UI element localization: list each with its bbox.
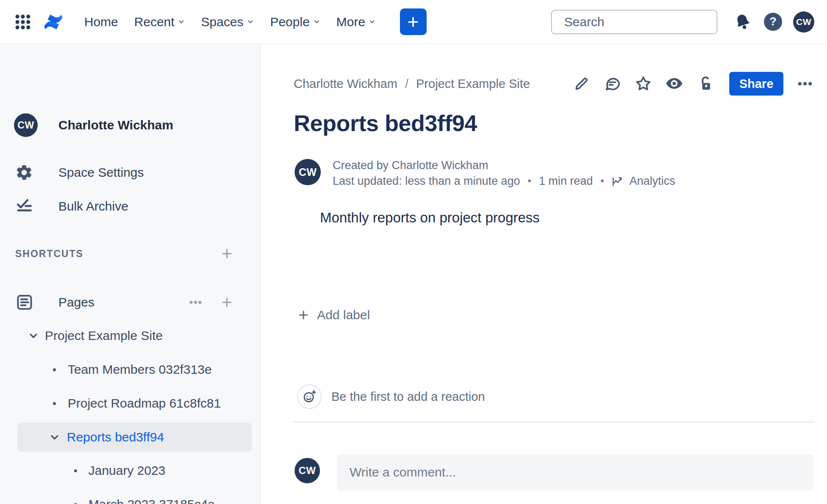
user-avatar[interactable]: CW — [793, 11, 814, 33]
space-settings-label: Space Settings — [58, 165, 144, 180]
nav-more-label: More — [336, 15, 365, 29]
analytics-link[interactable]: Analytics — [612, 174, 675, 188]
tree-item-label: March 2023 37185c4a — [88, 497, 215, 504]
nav-home[interactable]: Home — [76, 9, 126, 35]
tree-item-march-2023[interactable]: March 2023 37185c4a — [17, 490, 252, 504]
analytics-chart-icon — [612, 174, 625, 188]
notifications-bell-icon[interactable] — [732, 11, 754, 33]
share-button-label: Share — [739, 77, 774, 91]
read-time-text: 1 min read — [539, 175, 593, 188]
bullet-icon — [51, 402, 58, 405]
add-reaction-icon[interactable] — [297, 384, 322, 409]
confluence-logo-icon[interactable] — [41, 11, 65, 33]
nav-recent[interactable]: Recent — [126, 9, 193, 35]
app-switcher-icon[interactable] — [13, 12, 33, 32]
edit-icon[interactable] — [572, 74, 591, 93]
tree-item-team-members[interactable]: Team Members 032f313e — [17, 355, 252, 384]
bulk-archive-label: Bulk Archive — [58, 199, 128, 214]
breadcrumb-space-link[interactable]: Charlotte Wickham — [294, 77, 397, 91]
tree-item-january-2023[interactable]: January 2023 — [17, 456, 252, 485]
tree-item-project-roadmap[interactable]: Project Roadmap 61c8fc81 — [17, 389, 252, 418]
tree-item-label: Team Members 032f313e — [68, 362, 212, 377]
page-title: Reports bed3ff94 — [294, 110, 477, 136]
chevron-down-icon — [27, 329, 40, 342]
byline: CW Created by Charlotte Wickham Last upd… — [295, 159, 675, 188]
help-icon[interactable]: ? — [764, 13, 782, 31]
bullet-icon — [72, 469, 79, 472]
chevron-down-icon — [313, 18, 320, 25]
reaction-section: Be the first to add a reaction — [297, 384, 485, 409]
space-sidebar: CW Charlotte Wickham Space Settings Bulk… — [0, 44, 261, 504]
author-avatar-initials: CW — [299, 166, 317, 178]
add-shortcut-button[interactable] — [218, 244, 236, 263]
breadcrumb-separator: / — [405, 77, 408, 91]
breadcrumb-parent-link[interactable]: Project Example Site — [416, 77, 530, 91]
add-label-text: Add label — [317, 308, 370, 322]
star-icon[interactable] — [634, 74, 653, 93]
user-avatar-initials: CW — [796, 17, 811, 27]
comment-icon[interactable] — [603, 74, 622, 93]
page-actions: Share — [572, 72, 814, 96]
page-body-paragraph: Monthly reports on project progress — [320, 210, 540, 226]
help-glyph: ? — [769, 15, 777, 28]
comment-input[interactable] — [337, 465, 813, 479]
chevron-down-icon — [369, 18, 376, 25]
author-avatar[interactable]: CW — [295, 159, 321, 185]
section-divider — [294, 422, 814, 422]
last-updated-text[interactable]: Last updated: less than a minute ago — [333, 175, 520, 188]
tree-item-project-example-site[interactable]: Project Example Site — [17, 321, 252, 351]
bulk-archive-icon — [14, 197, 34, 215]
nav-recent-label: Recent — [134, 15, 174, 29]
search-field[interactable] — [551, 10, 717, 34]
page-content: Charlotte Wickham / Project Example Site — [262, 44, 827, 504]
commenter-avatar: CW — [295, 458, 320, 483]
plus-icon — [406, 15, 420, 29]
pages-icon — [15, 293, 34, 312]
comment-input-box[interactable] — [337, 454, 813, 490]
search-input[interactable] — [564, 15, 728, 29]
nav-spaces[interactable]: Spaces — [193, 9, 262, 35]
meta-separator: • — [599, 175, 606, 187]
tree-item-label: Project Example Site — [45, 329, 163, 343]
create-button[interactable] — [400, 8, 427, 35]
pages-more-actions-icon[interactable] — [186, 293, 205, 312]
chevron-down-icon — [178, 18, 185, 25]
shortcuts-section: SHORTCUTS — [15, 245, 236, 262]
nav-people[interactable]: People — [262, 9, 328, 35]
plus-icon — [220, 296, 234, 309]
reaction-prompt: Be the first to add a reaction — [331, 390, 485, 404]
unlock-icon[interactable] — [696, 74, 714, 93]
top-navigation-bar: Home Recent Spaces People More — [0, 0, 827, 44]
nav-spaces-label: Spaces — [201, 15, 243, 29]
space-name: Charlotte Wickham — [58, 118, 173, 132]
tree-item-label: January 2023 — [88, 463, 165, 478]
share-button[interactable]: Share — [729, 72, 783, 96]
comment-section: CW — [295, 454, 813, 490]
nav-home-label: Home — [84, 15, 118, 29]
created-by-text[interactable]: Created by Charlotte Wickham — [333, 159, 488, 172]
plus-icon — [220, 247, 234, 260]
space-avatar-initials: CW — [17, 120, 34, 131]
nav-more[interactable]: More — [328, 9, 384, 35]
shortcuts-heading: SHORTCUTS — [15, 248, 83, 260]
tree-item-reports-selected[interactable]: Reports bed3ff94 — [17, 422, 252, 452]
page-header: Charlotte Wickham / Project Example Site — [294, 71, 814, 96]
pages-label: Pages — [58, 295, 94, 310]
sidebar-item-space-settings[interactable]: Space Settings — [14, 161, 144, 184]
space-header[interactable]: CW Charlotte Wickham — [14, 113, 173, 137]
pages-section-header[interactable]: Pages — [15, 290, 236, 315]
chevron-down-icon — [48, 431, 61, 444]
meta-separator: • — [526, 175, 533, 187]
sidebar-item-bulk-archive[interactable]: Bulk Archive — [14, 194, 128, 218]
more-actions-icon[interactable] — [796, 74, 814, 93]
commenter-avatar-initials: CW — [299, 465, 316, 477]
watch-eye-icon[interactable] — [665, 74, 684, 93]
space-avatar: CW — [14, 113, 38, 137]
add-label-button[interactable]: Add label — [297, 304, 370, 326]
add-page-button[interactable] — [218, 293, 236, 312]
primary-nav: Home Recent Spaces People More — [76, 9, 384, 35]
tree-item-label: Reports bed3ff94 — [67, 430, 164, 444]
nav-people-label: People — [270, 15, 309, 29]
plus-icon — [297, 309, 310, 321]
chevron-down-icon — [247, 18, 254, 25]
